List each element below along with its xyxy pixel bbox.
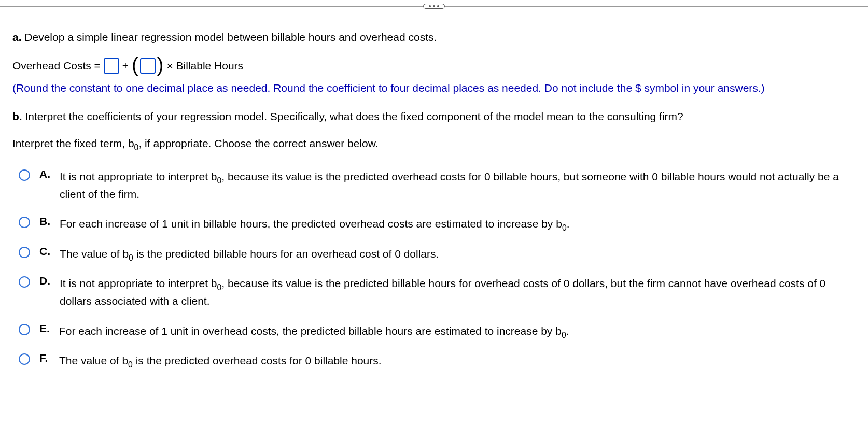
subscript: 0 xyxy=(562,331,566,339)
rounding-instruction: (Round the constant to one decimal place… xyxy=(12,80,856,96)
option-radio-c[interactable] xyxy=(19,247,30,258)
option-row: D.It is not appropriate to interpret b0,… xyxy=(12,275,856,309)
text-segment: For each increase of 1 unit in billable … xyxy=(60,218,562,230)
option-label: D. xyxy=(39,275,50,287)
option-row: F.The value of b0 is the predicted overh… xyxy=(12,352,856,370)
option-text: For each increase of 1 unit in billable … xyxy=(60,215,570,233)
subscript: 0 xyxy=(217,283,222,292)
coefficient-group: ( ) xyxy=(132,56,163,76)
option-row: C.The value of b0 is the predicted billa… xyxy=(12,245,856,263)
option-radio-d[interactable] xyxy=(19,276,30,288)
divider-line-left xyxy=(0,6,423,7)
text-segment: The value of b xyxy=(60,248,129,260)
subscript: 0 xyxy=(128,360,133,369)
text-segment: . xyxy=(566,325,569,337)
coefficient-input[interactable] xyxy=(140,58,156,74)
option-radio-f[interactable] xyxy=(19,353,30,365)
option-row: A.It is not appropriate to interpret b0,… xyxy=(12,168,856,203)
constant-input[interactable] xyxy=(104,58,119,74)
option-label: C. xyxy=(39,245,50,258)
left-paren-icon: ( xyxy=(132,55,138,75)
text-segment: is the predicted overhead costs for 0 bi… xyxy=(133,354,382,366)
top-divider xyxy=(0,0,868,12)
text-segment: It is not appropriate to interpret b xyxy=(60,277,217,289)
text-segment: . xyxy=(567,218,570,230)
subscript: 0 xyxy=(217,176,222,185)
equation-plus: + xyxy=(122,60,129,72)
part-a-letter: a. xyxy=(12,31,22,43)
part-a-text: Develop a simple linear regression model… xyxy=(22,31,437,43)
equation-lhs: Overhead Costs = xyxy=(12,60,101,72)
right-paren-icon: ) xyxy=(157,55,164,75)
subprompt-subscript: 0 xyxy=(134,143,139,152)
option-text: It is not appropriate to interpret b0, b… xyxy=(60,168,856,203)
part-a-prompt: a. Develop a simple linear regression mo… xyxy=(12,29,856,46)
part-b-text: Interpret the coefficients of your regre… xyxy=(22,110,683,122)
subscript: 0 xyxy=(562,223,567,232)
equation-rhs: × Billable Hours xyxy=(166,60,243,72)
subprompt-post: , if appropriate. Choose the correct ans… xyxy=(138,137,378,149)
text-segment: The value of b xyxy=(59,354,128,366)
part-b-prompt: b. Interpret the coefficients of your re… xyxy=(12,108,856,125)
part-b-subprompt: Interpret the fixed term, b0, if appropr… xyxy=(12,135,856,152)
divider-line-right xyxy=(445,6,868,7)
option-label: B. xyxy=(39,215,50,228)
question-content: a. Develop a simple linear regression mo… xyxy=(0,29,868,370)
equation-row: Overhead Costs = + ( ) × Billable Hours xyxy=(12,56,856,76)
option-text: For each increase of 1 unit in overhead … xyxy=(59,322,569,340)
text-segment: For each increase of 1 unit in overhead … xyxy=(59,325,562,337)
option-label: F. xyxy=(39,352,50,364)
dot-icon xyxy=(437,5,439,7)
option-text: The value of b0 is the predicted overhea… xyxy=(59,352,382,370)
option-radio-e[interactable] xyxy=(19,324,30,335)
option-text: The value of b0 is the predicted billabl… xyxy=(60,245,439,263)
dot-icon xyxy=(429,5,431,7)
text-segment: is the predicted billable hours for an o… xyxy=(133,248,439,260)
option-label: E. xyxy=(39,322,50,335)
more-options-button[interactable] xyxy=(423,4,445,9)
option-text: It is not appropriate to interpret b0, b… xyxy=(60,275,856,309)
dot-icon xyxy=(433,5,435,7)
option-radio-a[interactable] xyxy=(19,169,30,181)
option-label: A. xyxy=(39,168,50,180)
options-list: A.It is not appropriate to interpret b0,… xyxy=(12,168,856,370)
subscript: 0 xyxy=(129,253,133,262)
text-segment: It is not appropriate to interpret b xyxy=(60,171,217,182)
part-b-letter: b. xyxy=(12,110,22,122)
option-radio-b[interactable] xyxy=(19,217,30,228)
option-row: E.For each increase of 1 unit in overhea… xyxy=(12,322,856,340)
option-row: B.For each increase of 1 unit in billabl… xyxy=(12,215,856,233)
subprompt-pre: Interpret the fixed term, b xyxy=(12,137,134,149)
